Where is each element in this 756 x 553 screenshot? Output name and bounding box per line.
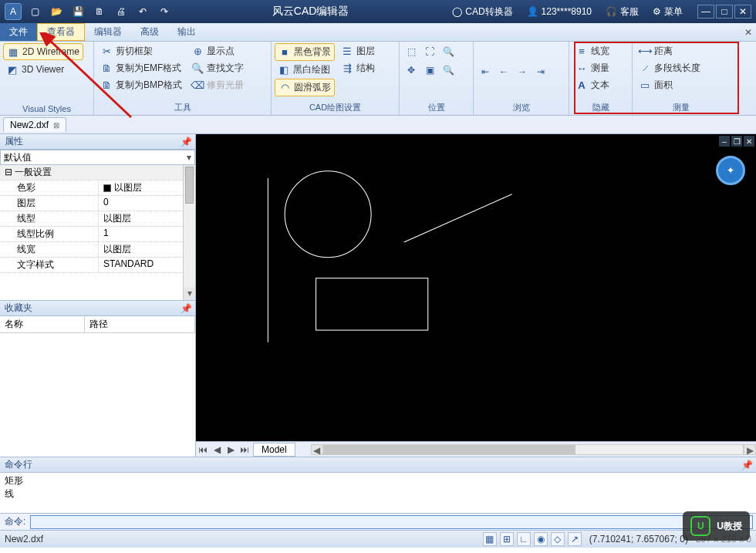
zoom-fit-icon[interactable]: ▣ [421, 62, 438, 79]
menu-file[interactable]: 文件 [0, 23, 37, 41]
layout-tab-strip: ⏮◀▶⏭ Model ◀▶ [196, 441, 756, 457]
col-name[interactable]: 名称 [0, 316, 85, 332]
pin-icon[interactable]: 📌 [181, 303, 192, 314]
pin-icon[interactable]: 📌 [741, 460, 753, 470]
save-icon[interactable]: 💾 [69, 3, 86, 20]
close-doc-button[interactable]: ✕ [741, 23, 756, 41]
last-icon[interactable]: ⇥ [532, 63, 549, 80]
pan-icon[interactable]: ✥ [403, 62, 420, 79]
command-input[interactable] [30, 515, 753, 529]
svg-point-1 [285, 171, 371, 258]
save-as-icon[interactable]: 🗎 [91, 3, 108, 20]
black-bg-button[interactable]: ■黑色背景 [275, 43, 335, 61]
bmp-icon: 🗎 [100, 79, 113, 92]
emf-icon: 🗎 [100, 62, 113, 75]
maximize-button[interactable]: □ [716, 5, 733, 19]
first-icon[interactable]: ⇤ [477, 63, 494, 80]
svg-rect-4 [316, 278, 428, 330]
clip-frame-button[interactable]: ✂剪切框架 [97, 43, 185, 59]
user-account[interactable]: 👤123****8910 [523, 4, 596, 19]
zoom-extents-icon[interactable]: ⛶ [421, 43, 438, 60]
zoom-in-icon[interactable]: 🔍 [440, 43, 457, 60]
support-button[interactable]: 🎧客服 [602, 3, 643, 21]
smooth-arc-button[interactable]: ◠圆滑弧形 [275, 79, 335, 96]
prev-layout-icon[interactable]: ◀ [210, 444, 224, 455]
bw-draw-button[interactable]: ◧黑白绘图 [275, 62, 335, 78]
ortho-icon[interactable]: ∟ [517, 532, 531, 546]
menu-editor[interactable]: 编辑器 [85, 23, 131, 41]
close-tab-icon[interactable]: ⊠ [53, 121, 59, 130]
left-panel: 属性📌 默认值▾ ⊟ 一般设置 色彩以图层 图层0 线型以图层 线型比例1 线宽… [0, 134, 196, 457]
polyline-length-button[interactable]: ⟋多段线长度 [636, 60, 704, 76]
search-icon: 🔍 [191, 62, 204, 75]
command-log: 矩形 线 [0, 473, 756, 513]
point-icon: ⊕ [191, 46, 204, 58]
favorites-header: 收藏夹📌 [0, 301, 195, 316]
command-header: 命令行📌 [0, 457, 756, 473]
next-layout-icon[interactable]: ▶ [224, 444, 238, 455]
document-tab-label: New2.dxf [10, 120, 49, 130]
prop-row: 线型比例1 [0, 227, 195, 242]
area-button[interactable]: ▭面积 [636, 77, 704, 93]
distance-button[interactable]: ⟷距离 [636, 43, 704, 59]
layers-icon: ☰ [341, 46, 353, 58]
layers-button[interactable]: ☰图层 [338, 43, 378, 59]
log-line: 线 [5, 487, 751, 501]
properties-combo[interactable]: 默认值▾ [0, 150, 195, 165]
minimize-button[interactable]: — [697, 5, 714, 19]
prev-icon[interactable]: ← [495, 63, 512, 80]
grid-icon[interactable]: ⊞ [500, 532, 514, 546]
copy-bmp-button[interactable]: 🗎复制为BMP格式 [97, 77, 185, 93]
polar-icon[interactable]: ◉ [534, 532, 548, 546]
structure-button[interactable]: ⇶结构 [338, 60, 378, 76]
text-button[interactable]: A文本 [572, 77, 613, 93]
redo-icon[interactable]: ↷ [156, 3, 173, 20]
open-icon[interactable]: 📂 [48, 3, 65, 20]
new-icon[interactable]: ▢ [26, 3, 43, 20]
first-layout-icon[interactable]: ⏮ [196, 444, 210, 455]
group-visual-styles: Visual Styles [3, 103, 90, 115]
linewidth-button[interactable]: ≡线宽 [572, 43, 613, 59]
find-text-button[interactable]: 🔍查找文字 [188, 60, 247, 76]
show-point-button[interactable]: ⊕显示点 [188, 43, 247, 59]
app-logo-icon[interactable]: A [5, 3, 22, 20]
osnap-icon[interactable]: ◇ [551, 532, 565, 546]
3d-viewer-button[interactable]: ◩3D Viewer [3, 62, 83, 77]
status-toggles: ▦ ⊞ ∟ ◉ ◇ ↗ [483, 532, 582, 546]
copy-emf-button[interactable]: 🗎复制为EMF格式 [97, 60, 185, 76]
scrollbar-horizontal[interactable]: ◀▶ [311, 444, 756, 455]
close-button[interactable]: ✕ [734, 5, 751, 19]
browse-nav: ⇤ ← → ⇥ [477, 63, 549, 80]
col-path[interactable]: 路径 [85, 316, 195, 332]
menu-advanced[interactable]: 高级 [131, 23, 168, 41]
last-layout-icon[interactable]: ⏭ [238, 444, 251, 455]
model-tab[interactable]: Model [253, 443, 295, 457]
measure-tool-button[interactable]: ↔测量 [572, 60, 613, 76]
zoom-out-icon[interactable]: 🔍 [440, 62, 457, 79]
otrack-icon[interactable]: ↗ [568, 532, 582, 546]
command-prompt: 命令: [0, 515, 30, 528]
section-general[interactable]: ⊟ 一般设置 [0, 165, 195, 180]
pin-icon[interactable]: 📌 [181, 137, 192, 147]
menu-button[interactable]: ⚙菜单 [649, 3, 687, 21]
next-icon[interactable]: → [514, 63, 531, 80]
print-icon[interactable]: 🖨 [113, 3, 130, 20]
menu-output[interactable]: 输出 [168, 23, 205, 41]
snap-icon[interactable]: ▦ [483, 532, 497, 546]
polyline-icon: ⟋ [639, 62, 651, 75]
properties-grid: ⊟ 一般设置 色彩以图层 图层0 线型以图层 线型比例1 线宽以图层 文字样式S… [0, 165, 195, 301]
color-swatch-icon [103, 184, 111, 192]
undo-icon[interactable]: ↶ [134, 3, 151, 20]
zoom-window-icon[interactable]: ⬚ [403, 43, 420, 60]
drawing-svg [196, 134, 756, 438]
group-cad-settings: CAD绘图设置 [275, 100, 396, 115]
scrollbar-vertical[interactable]: ▴▾ [183, 165, 195, 300]
menu-viewer[interactable]: 查看器 [37, 23, 85, 41]
cad-converter-button[interactable]: ◯CAD转换器 [448, 3, 516, 21]
document-tab[interactable]: New2.dxf ⊠ [3, 117, 66, 132]
drawing-canvas[interactable]: – ❐ ✕ ✦ [196, 134, 756, 441]
text-icon: A [575, 79, 588, 92]
area-icon: ▭ [639, 79, 651, 92]
2d-wireframe-button[interactable]: ▦2D Wireframe [3, 43, 83, 60]
properties-header: 属性📌 [0, 134, 195, 150]
